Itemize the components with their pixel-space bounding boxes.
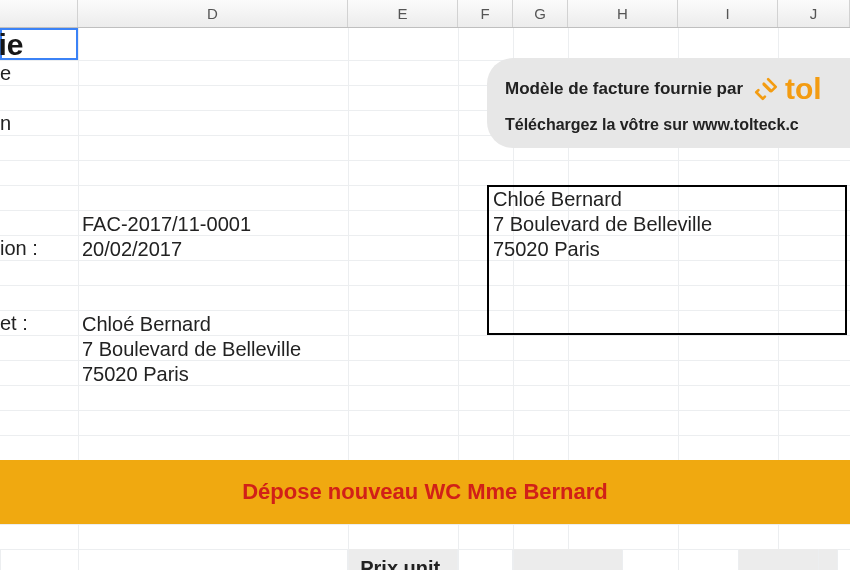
object-city[interactable]: 75020 Paris [82, 362, 189, 387]
grid-body[interactable]: eck Plomberie e n ion : et : FAC-2017/11… [0, 28, 850, 570]
column-header-H[interactable]: H [568, 0, 678, 27]
column-header-row: D E F G H I J [0, 0, 850, 28]
gridline-h [0, 435, 850, 436]
promo-text-2: Téléchargez la vôtre sur www.tolteck.c [505, 116, 850, 134]
invoice-number[interactable]: FAC-2017/11-0001 [82, 212, 251, 237]
gridline-h [0, 160, 850, 161]
emission-label: ion : [0, 237, 38, 260]
objet-label: et : [0, 312, 28, 335]
th-total[interactable]: To [818, 549, 850, 570]
client-street: 7 Boulevard de Belleville [489, 212, 845, 237]
th-qte[interactable]: Qté [458, 549, 513, 570]
column-header-E[interactable]: E [348, 0, 458, 27]
table-header-row: Libellé Prix unit. HT Qté . Total HT Tau… [0, 549, 850, 570]
column-header-stub[interactable] [0, 0, 78, 27]
company-title: eck Plomberie [0, 28, 23, 62]
client-city: 75020 Paris [489, 237, 845, 262]
spreadsheet-viewport: D E F G H I J [0, 0, 850, 570]
client-address-box[interactable]: Chloé Bernard 7 Boulevard de Belleville … [487, 185, 847, 335]
gridline-h [0, 410, 850, 411]
column-header-D[interactable]: D [78, 0, 348, 27]
client-name: Chloé Bernard [489, 187, 845, 212]
promo-box: Modèle de facture fournie par tol Téléch… [487, 58, 850, 148]
tools-icon [753, 76, 779, 102]
column-header-J[interactable]: J [778, 0, 850, 27]
column-header-G[interactable]: G [513, 0, 568, 27]
city-suffix-label: n [0, 112, 11, 135]
section-banner[interactable]: Dépose nouveau WC Mme Bernard [0, 460, 850, 524]
brand-logo: tol [753, 72, 822, 106]
address-suffix-label: e [0, 62, 11, 85]
th-total-ht[interactable]: Total HT [513, 549, 623, 570]
column-header-F[interactable]: F [458, 0, 513, 27]
gridline-h [0, 524, 850, 525]
th-libelle[interactable]: Libellé [0, 549, 348, 570]
th-prix-unit[interactable]: Prix unit. HT [348, 549, 458, 570]
section-banner-text: Dépose nouveau WC Mme Bernard [242, 479, 608, 505]
promo-text-1: Modèle de facture fournie par [505, 79, 743, 99]
object-street[interactable]: 7 Boulevard de Belleville [82, 337, 301, 362]
brand-text: tol [785, 72, 822, 106]
object-name[interactable]: Chloé Bernard [82, 312, 211, 337]
invoice-date[interactable]: 20/02/2017 [82, 237, 182, 262]
column-header-I[interactable]: I [678, 0, 778, 27]
